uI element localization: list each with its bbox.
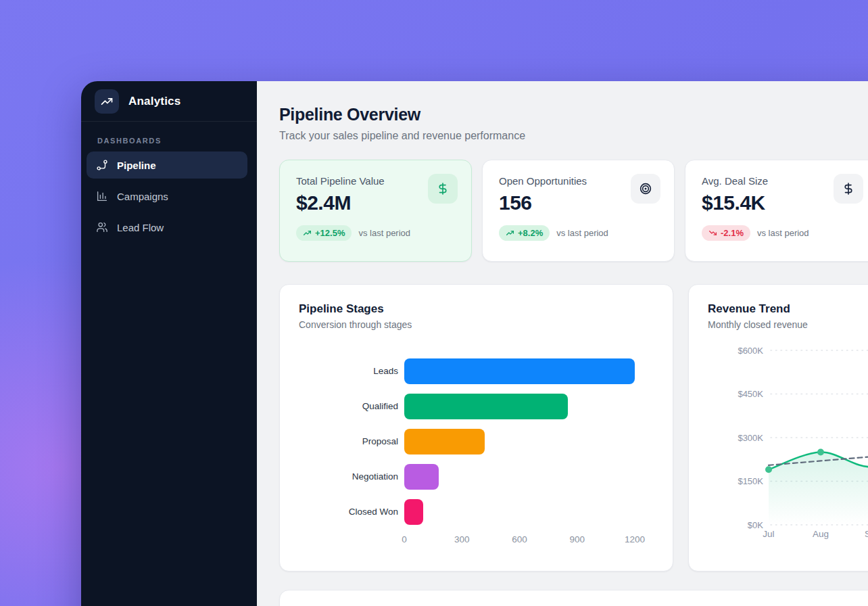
x-axis-month-label: Sep [865,529,868,539]
pipeline-stages-card: Pipeline Stages Conversion through stage… [279,284,673,572]
trending-up-logo-icon [95,89,119,114]
delta-value: -2.1% [721,228,744,238]
x-axis-tick: 300 [454,534,470,544]
y-axis-tick-label: $300K [738,433,763,443]
bar-chart-icon [96,190,108,202]
kpi-card-avg-deal-size: Avg. Deal Size$15.4K-2.1%vs last period [685,160,868,262]
bar-chart-x-axis: 03006009001200 [404,534,654,546]
sidebar-item-label: Lead Flow [117,222,164,233]
kpi-card-total-pipeline-value: Total Pipeline Value$2.4M+12.5%vs last p… [279,160,472,262]
bar-row-proposal: Proposal [299,429,654,454]
revenue-data-point [765,466,772,473]
bar-category-label: Qualified [299,401,398,413]
delta-value: +12.5% [315,228,345,238]
kpi-compare-label: vs last period [556,228,608,238]
chart-title: Revenue Trend [708,302,868,316]
page-title: Pipeline Overview [279,105,868,124]
kpi-compare-label: vs last period [757,228,809,238]
app-title: Analytics [128,95,180,108]
sidebar-section-label: DASHBOARDS [97,137,241,145]
revenue-data-point [817,449,824,456]
delta-badge: -2.1% [702,225,750,241]
kpi-compare-label: vs last period [358,228,410,238]
main-content: Pipeline Overview Track your sales pipel… [257,81,868,606]
sidebar-item-campaigns[interactable]: Campaigns [87,183,247,210]
bar-category-label: Closed Won [299,507,398,518]
bar-track [404,429,654,454]
page-subtitle: Track your sales pipeline and revenue pe… [279,130,868,142]
x-axis-tick: 600 [512,534,527,544]
bar-track [404,358,654,384]
revenue-trend-card: Revenue Trend Monthly closed revenue $60… [688,284,868,572]
bar-leads [404,358,635,384]
delta-value: +8.2% [518,228,543,238]
x-axis-tick: 1200 [625,534,645,544]
kpi-card-open-opportunities: Open Opportunities156+8.2%vs last period [482,160,675,262]
kpi-row: Total Pipeline Value$2.4M+12.5%vs last p… [279,160,868,262]
chart-title: Pipeline Stages [299,302,654,316]
bar-track [404,464,654,490]
y-axis-tick-label: $150K [738,476,763,486]
bar-negotiation [404,464,439,490]
y-axis-tick-label: $600K [738,346,763,356]
x-axis-month-label: Jul [763,529,774,539]
trend-down-icon [708,229,717,237]
bar-category-label: Negotiation [299,471,398,483]
app-window: Analytics DASHBOARDS PipelineCampaignsLe… [81,81,868,606]
x-axis-tick: 0 [402,534,407,544]
sidebar-item-label: Campaigns [117,191,168,202]
delta-badge: +12.5% [296,225,352,241]
x-axis-tick: 900 [569,534,585,544]
bar-category-label: Leads [299,366,398,377]
bar-proposal [404,429,485,454]
logo-row: Analytics [81,81,257,122]
trend-up-icon [506,229,514,237]
bar-track [404,394,654,419]
target-icon [631,174,660,204]
y-axis-tick-label: $450K [738,389,763,399]
users-icon [96,221,108,233]
bar-qualified [404,394,568,419]
bar-row-closed-won: Closed Won [299,499,654,525]
dollar-icon [834,174,863,204]
bar-category-label: Proposal [299,436,398,448]
kpi-meta: +8.2%vs last period [499,225,658,241]
sidebar-item-pipeline[interactable]: Pipeline [87,152,247,179]
bottom-card-cropped [279,590,868,606]
kpi-meta: -2.1%vs last period [702,225,861,241]
bar-track [404,499,654,525]
pipeline-stages-bar-chart: LeadsQualifiedProposalNegotiationClosed … [299,358,654,546]
bar-row-negotiation: Negotiation [299,464,654,490]
dollar-icon [428,174,458,204]
route-icon [96,159,108,171]
sidebar-item-lead-flow[interactable]: Lead Flow [87,214,247,241]
x-axis-month-label: Aug [813,529,829,539]
sidebar-nav: PipelineCampaignsLead Flow [81,152,257,241]
revenue-trend-line-chart: $600K$450K$300K$150K$0KJulAugSep [708,340,868,542]
charts-row: Pipeline Stages Conversion through stage… [279,284,868,572]
bar-row-leads: Leads [299,358,654,384]
bar-row-qualified: Qualified [299,394,654,419]
y-axis-tick-label: $0K [748,520,763,530]
kpi-meta: +12.5%vs last period [296,225,455,241]
delta-badge: +8.2% [499,225,550,241]
sidebar: Analytics DASHBOARDS PipelineCampaignsLe… [81,81,257,606]
trend-up-icon [303,229,312,237]
chart-subtitle: Monthly closed revenue [708,319,868,330]
sidebar-item-label: Pipeline [117,160,156,171]
bar-closed-won [404,499,423,525]
chart-subtitle: Conversion through stages [299,319,654,330]
